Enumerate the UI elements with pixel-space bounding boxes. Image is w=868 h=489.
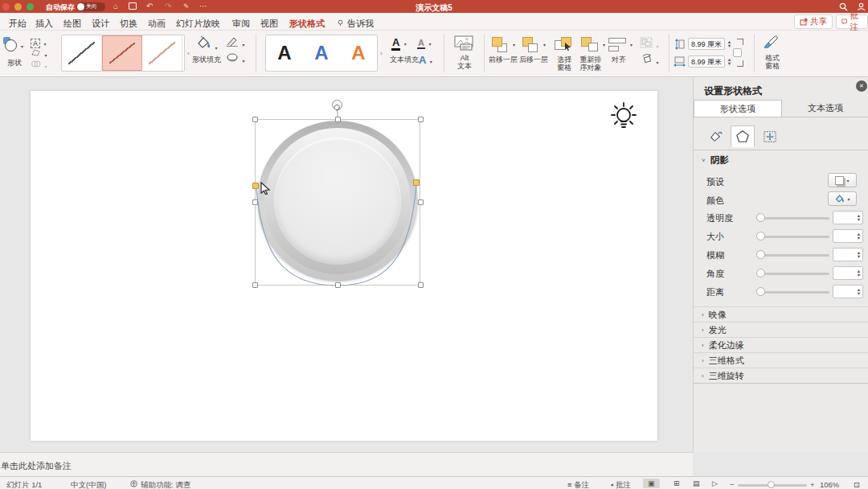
merge-shapes-button[interactable]: ▾ xyxy=(31,57,47,72)
size-slider-thumb[interactable] xyxy=(756,232,765,240)
insert-shape-button[interactable]: ▾ 形状 xyxy=(2,35,29,72)
transparency-slider-track[interactable] xyxy=(760,217,829,220)
width-stepper[interactable]: ▲▼ xyxy=(726,55,733,68)
value-stepper[interactable]: ▲▼ xyxy=(855,269,862,277)
selection-pane-button[interactable] xyxy=(554,37,575,53)
blur-slider-thumb[interactable] xyxy=(756,250,765,259)
distance-value-field[interactable]: ▲▼ xyxy=(833,285,863,298)
shape-fill-button[interactable]: ▾ xyxy=(195,35,217,53)
shape-height-field[interactable]: 8.99 厘米 xyxy=(688,38,725,50)
shadow-color-dropdown[interactable]: ▾ xyxy=(828,191,857,206)
tab-slideshow[interactable]: 幻灯片放映 xyxy=(175,16,221,31)
close-pane-icon[interactable]: ✕ xyxy=(856,80,867,92)
tab-design[interactable]: 设计 xyxy=(91,16,110,31)
angle-value-field[interactable]: ▲▼ xyxy=(833,266,863,280)
resize-handle-n[interactable] xyxy=(335,117,341,122)
soft-edges-section[interactable]: ›柔化边缘 xyxy=(694,337,868,352)
block-arc-shape[interactable] xyxy=(257,121,418,281)
resize-handle-s[interactable] xyxy=(335,282,341,288)
search-icon[interactable] xyxy=(839,2,848,11)
zoom-slider-thumb[interactable] xyxy=(768,481,775,488)
rotation-3d-section[interactable]: ›三维旋转 xyxy=(694,368,868,383)
zoom-level[interactable]: 106% xyxy=(820,480,839,489)
blur-slider-track[interactable] xyxy=(760,254,829,257)
value-stepper[interactable]: ▲▼ xyxy=(855,232,862,240)
tab-insert[interactable]: 插入 xyxy=(35,16,54,31)
transparency-slider-thumb[interactable] xyxy=(756,213,765,222)
resize-handle-w[interactable] xyxy=(252,199,258,205)
shape-style-3[interactable] xyxy=(142,35,182,71)
shape-style-1[interactable] xyxy=(62,35,102,71)
group-objects-button[interactable]: ▾ xyxy=(640,37,658,51)
tab-view[interactable]: 视图 xyxy=(260,16,279,31)
resize-handle-ne[interactable] xyxy=(418,117,424,122)
shape-effects-button[interactable]: ▾ xyxy=(226,51,244,66)
zoom-in-icon[interactable]: + xyxy=(810,480,815,489)
text-effects-button[interactable]: A ▾ xyxy=(419,52,432,67)
transparency-value-field[interactable]: ▲▼ xyxy=(833,211,863,224)
wordart-style-2[interactable]: A xyxy=(314,42,328,64)
shadow-preset-dropdown[interactable]: ▾ xyxy=(828,173,857,187)
slideshow-view-button[interactable]: ▷ xyxy=(712,479,718,487)
wordart-style-3[interactable]: A xyxy=(351,42,365,64)
tab-home[interactable]: 开始 xyxy=(8,16,27,31)
fit-to-window-icon[interactable]: ⊡ xyxy=(854,480,860,489)
adjust-handle-left[interactable] xyxy=(252,183,259,189)
resize-handle-nw[interactable] xyxy=(252,117,258,122)
zoom-out-icon[interactable]: − xyxy=(730,480,735,489)
shadow-section-header[interactable]: ˅ 阴影 xyxy=(702,154,729,166)
resize-handle-e[interactable] xyxy=(418,199,424,205)
bring-forward-button[interactable] xyxy=(491,37,510,53)
size-slider-track[interactable] xyxy=(760,236,829,238)
tab-tell-me[interactable]: 告诉我 xyxy=(346,16,375,31)
shape-outline-button[interactable]: ▾ xyxy=(226,35,244,50)
fill-line-tab[interactable] xyxy=(703,125,727,147)
slide-sorter-view-button[interactable]: ⊞ xyxy=(674,479,680,487)
value-stepper[interactable]: ▲▼ xyxy=(855,288,862,296)
tab-draw[interactable]: 绘图 xyxy=(63,16,82,31)
blur-value-field[interactable]: ▲▼ xyxy=(833,248,863,261)
tab-animations[interactable]: 动画 xyxy=(147,16,166,31)
wordart-style-1[interactable]: A xyxy=(277,42,291,64)
resize-handle-sw[interactable] xyxy=(252,282,258,288)
value-stepper[interactable]: ▲▼ xyxy=(855,214,862,222)
distance-slider-track[interactable] xyxy=(760,291,829,294)
format-3d-section[interactable]: ›三维格式 xyxy=(694,352,868,368)
format-pane-button[interactable]: 格式 窗格 xyxy=(760,35,784,70)
size-value-field[interactable]: ▲▼ xyxy=(833,229,863,243)
shape-style-2-selected[interactable] xyxy=(102,35,142,71)
tab-review[interactable]: 审阅 xyxy=(231,16,251,31)
effects-tab[interactable] xyxy=(731,125,755,147)
reorder-objects-button[interactable] xyxy=(580,37,601,53)
align-button[interactable] xyxy=(608,37,628,51)
angle-slider-thumb[interactable] xyxy=(756,269,765,277)
resize-handle-se[interactable] xyxy=(418,282,424,288)
tab-text-options[interactable]: 文本选项 xyxy=(782,100,868,117)
height-stepper[interactable]: ▲▼ xyxy=(726,38,733,50)
alt-text-button[interactable]: Alt 文本 xyxy=(452,35,477,70)
language-indicator[interactable]: 中文(中国) xyxy=(71,480,106,489)
send-backward-button[interactable] xyxy=(522,37,541,53)
shape-width-field[interactable]: 8.99 厘米 xyxy=(688,55,725,68)
lightbulb-image[interactable] xyxy=(608,101,639,135)
notes-area[interactable]: 单击此处添加备注 xyxy=(0,452,693,476)
wordart-expander-icon[interactable]: › xyxy=(380,50,383,57)
text-fill-button[interactable]: A ▾ xyxy=(391,35,407,49)
glow-section[interactable]: ›发光 xyxy=(694,322,868,337)
comments-toggle[interactable]: ▪ 批注 xyxy=(611,480,631,489)
rotation-handle[interactable] xyxy=(332,100,342,110)
share-button[interactable]: 共享 xyxy=(794,14,833,29)
reading-view-button[interactable]: ▤ xyxy=(693,479,700,487)
text-outline-button[interactable]: A ▾ xyxy=(417,35,431,49)
adjust-handle-right[interactable] xyxy=(413,179,420,186)
tab-shape-options[interactable]: 形状选项 xyxy=(694,100,782,117)
distance-slider-thumb[interactable] xyxy=(756,287,765,296)
reflection-section[interactable]: ›映像 xyxy=(694,306,868,322)
normal-view-button[interactable]: ▣ xyxy=(643,479,660,488)
tab-transitions[interactable]: 切换 xyxy=(119,16,138,31)
rotate-objects-button[interactable]: ▾ xyxy=(641,53,658,68)
angle-slider-track[interactable] xyxy=(760,273,829,275)
accessibility-status[interactable]: 辅助功能: 调查 xyxy=(141,480,190,489)
size-properties-tab[interactable] xyxy=(758,125,782,147)
value-stepper[interactable]: ▲▼ xyxy=(855,251,862,259)
